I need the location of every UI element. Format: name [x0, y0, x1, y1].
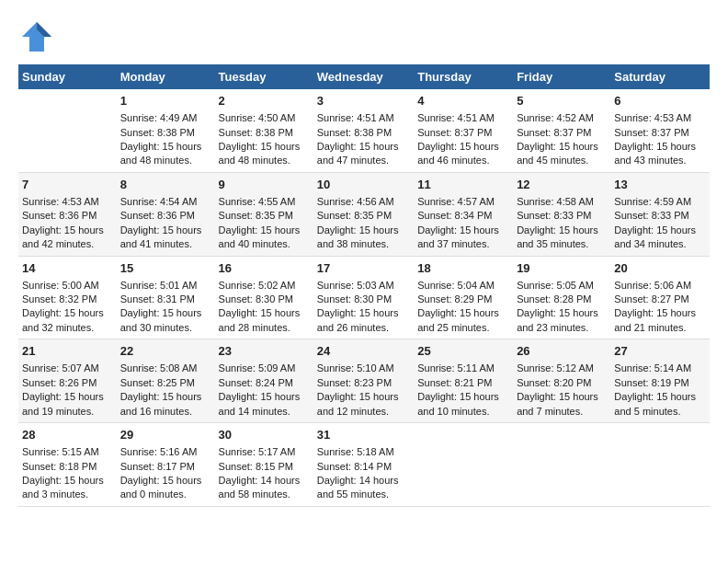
day-info: Sunrise: 5:05 AM Sunset: 8:28 PM Dayligh… [517, 280, 598, 333]
calendar-cell: 16Sunrise: 5:02 AM Sunset: 8:30 PM Dayli… [215, 256, 313, 339]
day-info: Sunrise: 5:07 AM Sunset: 8:26 PM Dayligh… [22, 362, 104, 416]
calendar-cell: 19Sunrise: 5:05 AM Sunset: 8:28 PM Dayli… [513, 256, 610, 339]
weekday-monday: Monday [117, 64, 215, 89]
day-info: Sunrise: 4:51 AM Sunset: 8:37 PM Dayligh… [417, 112, 499, 166]
weekday-friday: Friday [513, 64, 610, 89]
calendar-cell: 17Sunrise: 5:03 AM Sunset: 8:30 PM Dayli… [313, 256, 414, 339]
calendar-cell: 23Sunrise: 5:09 AM Sunset: 8:24 PM Dayli… [215, 339, 313, 423]
day-number: 4 [417, 93, 509, 109]
calendar-cell: 6Sunrise: 4:53 AM Sunset: 8:37 PM Daylig… [610, 89, 710, 172]
week-row-0: 1Sunrise: 4:49 AM Sunset: 8:38 PM Daylig… [18, 89, 710, 172]
calendar-cell: 28Sunrise: 5:15 AM Sunset: 8:18 PM Dayli… [18, 423, 117, 507]
day-info: Sunrise: 4:54 AM Sunset: 8:36 PM Dayligh… [120, 196, 202, 249]
weekday-tuesday: Tuesday [215, 64, 313, 89]
calendar-cell: 12Sunrise: 4:58 AM Sunset: 8:33 PM Dayli… [513, 172, 610, 256]
calendar-cell: 1Sunrise: 4:49 AM Sunset: 8:38 PM Daylig… [117, 89, 215, 172]
calendar-cell: 18Sunrise: 5:04 AM Sunset: 8:29 PM Dayli… [414, 256, 513, 339]
day-info: Sunrise: 4:50 AM Sunset: 8:38 PM Dayligh… [219, 112, 301, 166]
day-info: Sunrise: 4:49 AM Sunset: 8:38 PM Dayligh… [120, 112, 202, 166]
calendar-cell: 29Sunrise: 5:16 AM Sunset: 8:17 PM Dayli… [117, 423, 215, 507]
calendar-cell: 26Sunrise: 5:12 AM Sunset: 8:20 PM Dayli… [513, 339, 610, 423]
day-number: 11 [417, 177, 509, 193]
day-number: 20 [614, 260, 706, 277]
week-row-1: 7Sunrise: 4:53 AM Sunset: 8:36 PM Daylig… [18, 172, 710, 256]
logo [18, 18, 59, 55]
day-number: 24 [317, 343, 410, 360]
day-number: 27 [614, 343, 706, 360]
day-number: 5 [517, 93, 607, 109]
day-number: 19 [517, 260, 607, 277]
weekday-saturday: Saturday [610, 64, 710, 89]
calendar-cell: 4Sunrise: 4:51 AM Sunset: 8:37 PM Daylig… [414, 89, 513, 172]
day-info: Sunrise: 4:53 AM Sunset: 8:36 PM Dayligh… [22, 196, 104, 249]
calendar-cell: 31Sunrise: 5:18 AM Sunset: 8:14 PM Dayli… [313, 423, 414, 507]
day-info: Sunrise: 4:55 AM Sunset: 8:35 PM Dayligh… [219, 196, 301, 249]
calendar-cell: 24Sunrise: 5:10 AM Sunset: 8:23 PM Dayli… [313, 339, 414, 423]
day-info: Sunrise: 5:01 AM Sunset: 8:31 PM Dayligh… [120, 280, 202, 333]
day-info: Sunrise: 4:53 AM Sunset: 8:37 PM Dayligh… [614, 112, 696, 166]
calendar-cell: 3Sunrise: 4:51 AM Sunset: 8:38 PM Daylig… [313, 89, 414, 172]
calendar-cell: 22Sunrise: 5:08 AM Sunset: 8:25 PM Dayli… [117, 339, 215, 423]
calendar-cell: 5Sunrise: 4:52 AM Sunset: 8:37 PM Daylig… [513, 89, 610, 172]
calendar-cell: 20Sunrise: 5:06 AM Sunset: 8:27 PM Dayli… [610, 256, 710, 339]
weekday-thursday: Thursday [414, 64, 513, 89]
day-info: Sunrise: 5:00 AM Sunset: 8:32 PM Dayligh… [22, 280, 104, 333]
day-info: Sunrise: 5:14 AM Sunset: 8:19 PM Dayligh… [614, 362, 696, 416]
calendar-cell: 10Sunrise: 4:56 AM Sunset: 8:35 PM Dayli… [313, 172, 414, 256]
calendar-cell: 11Sunrise: 4:57 AM Sunset: 8:34 PM Dayli… [414, 172, 513, 256]
calendar-cell: 27Sunrise: 5:14 AM Sunset: 8:19 PM Dayli… [610, 339, 710, 423]
day-info: Sunrise: 4:57 AM Sunset: 8:34 PM Dayligh… [417, 196, 499, 249]
week-row-2: 14Sunrise: 5:00 AM Sunset: 8:32 PM Dayli… [18, 256, 710, 339]
calendar-table: SundayMondayTuesdayWednesdayThursdayFrid… [18, 64, 710, 507]
day-number: 28 [22, 427, 113, 443]
day-info: Sunrise: 5:10 AM Sunset: 8:23 PM Dayligh… [317, 362, 399, 416]
calendar-cell: 21Sunrise: 5:07 AM Sunset: 8:26 PM Dayli… [18, 339, 117, 423]
page-header [18, 18, 710, 55]
day-number: 31 [317, 427, 410, 443]
logo-icon [18, 18, 55, 55]
day-number: 2 [219, 93, 310, 109]
day-info: Sunrise: 5:02 AM Sunset: 8:30 PM Dayligh… [219, 280, 301, 333]
day-info: Sunrise: 5:09 AM Sunset: 8:24 PM Dayligh… [219, 362, 301, 416]
day-info: Sunrise: 4:52 AM Sunset: 8:37 PM Dayligh… [517, 112, 598, 166]
weekday-header-row: SundayMondayTuesdayWednesdayThursdayFrid… [18, 64, 710, 89]
day-number: 25 [417, 343, 509, 360]
day-number: 30 [219, 427, 310, 443]
day-number: 26 [517, 343, 607, 360]
day-number: 14 [22, 260, 113, 277]
day-info: Sunrise: 5:16 AM Sunset: 8:17 PM Dayligh… [120, 446, 202, 500]
day-number: 6 [614, 93, 706, 109]
day-info: Sunrise: 4:51 AM Sunset: 8:38 PM Dayligh… [317, 112, 399, 166]
calendar-cell [610, 423, 710, 507]
day-number: 29 [120, 427, 211, 443]
calendar-cell: 13Sunrise: 4:59 AM Sunset: 8:33 PM Dayli… [610, 172, 710, 256]
day-number: 18 [417, 260, 509, 277]
day-number: 10 [317, 177, 410, 193]
calendar-cell: 7Sunrise: 4:53 AM Sunset: 8:36 PM Daylig… [18, 172, 117, 256]
weekday-sunday: Sunday [18, 64, 117, 89]
day-number: 12 [517, 177, 607, 193]
week-row-4: 28Sunrise: 5:15 AM Sunset: 8:18 PM Dayli… [18, 423, 710, 507]
calendar-cell [513, 423, 610, 507]
day-info: Sunrise: 4:58 AM Sunset: 8:33 PM Dayligh… [517, 196, 598, 249]
day-info: Sunrise: 4:59 AM Sunset: 8:33 PM Dayligh… [614, 196, 696, 249]
day-info: Sunrise: 5:18 AM Sunset: 8:14 PM Dayligh… [317, 446, 399, 500]
calendar-cell: 30Sunrise: 5:17 AM Sunset: 8:15 PM Dayli… [215, 423, 313, 507]
calendar-cell [18, 89, 117, 172]
day-info: Sunrise: 5:17 AM Sunset: 8:15 PM Dayligh… [219, 446, 301, 500]
day-info: Sunrise: 4:56 AM Sunset: 8:35 PM Dayligh… [317, 196, 399, 249]
day-info: Sunrise: 5:12 AM Sunset: 8:20 PM Dayligh… [517, 362, 598, 416]
day-info: Sunrise: 5:04 AM Sunset: 8:29 PM Dayligh… [417, 280, 499, 333]
calendar-cell: 8Sunrise: 4:54 AM Sunset: 8:36 PM Daylig… [117, 172, 215, 256]
day-info: Sunrise: 5:08 AM Sunset: 8:25 PM Dayligh… [120, 362, 202, 416]
calendar-cell: 14Sunrise: 5:00 AM Sunset: 8:32 PM Dayli… [18, 256, 117, 339]
day-number: 13 [614, 177, 706, 193]
day-number: 22 [120, 343, 211, 360]
day-number: 17 [317, 260, 410, 277]
calendar-cell: 25Sunrise: 5:11 AM Sunset: 8:21 PM Dayli… [414, 339, 513, 423]
day-info: Sunrise: 5:11 AM Sunset: 8:21 PM Dayligh… [417, 362, 499, 416]
day-number: 16 [219, 260, 310, 277]
calendar-body: 1Sunrise: 4:49 AM Sunset: 8:38 PM Daylig… [18, 89, 710, 506]
day-number: 1 [120, 93, 211, 109]
day-number: 3 [317, 93, 410, 109]
